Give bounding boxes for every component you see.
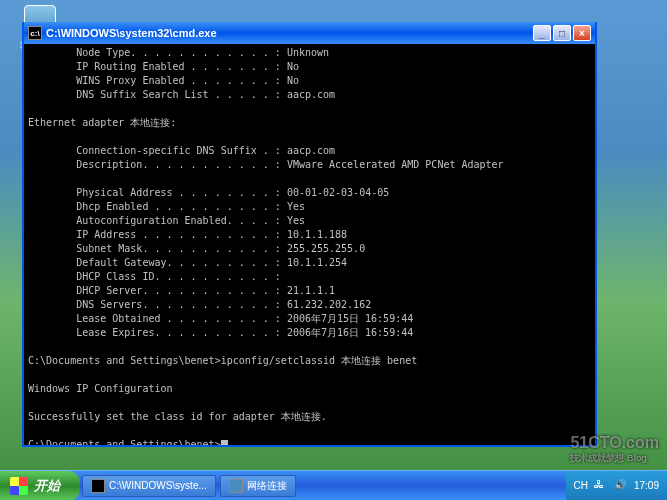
cmd-window: c:\ C:\WINDOWS\system32\cmd.exe _ □ × No… [22, 22, 597, 447]
cmd-output[interactable]: Node Type. . . . . . . . . . . . : Unkno… [24, 44, 595, 445]
watermark-sub: 技术成就梦想 Blog [570, 452, 659, 465]
close-button[interactable]: × [573, 25, 591, 41]
language-indicator[interactable]: CH [574, 480, 588, 491]
tray-network-icon[interactable]: 🖧 [594, 479, 608, 493]
start-label: 开始 [34, 477, 60, 495]
taskbar-item-label: C:\WINDOWS\syste... [109, 480, 207, 491]
tray-volume-icon[interactable]: 🔊 [614, 479, 628, 493]
maximize-button[interactable]: □ [553, 25, 571, 41]
cursor [221, 440, 228, 446]
taskbar: 开始 C:\WINDOWS\syste... 网络连接 CH 🖧 🔊 17:09 [0, 470, 667, 500]
window-buttons: _ □ × [533, 25, 591, 41]
watermark: 51CTO.com 技术成就梦想 Blog [570, 434, 659, 465]
titlebar[interactable]: c:\ C:\WINDOWS\system32\cmd.exe _ □ × [24, 22, 595, 44]
watermark-text: 51CTO.com [570, 434, 659, 452]
taskbar-item-label: 网络连接 [247, 479, 287, 493]
network-icon [229, 479, 243, 493]
windows-flag-icon [10, 477, 28, 495]
start-button[interactable]: 开始 [0, 471, 80, 501]
cmd-icon [91, 479, 105, 493]
window-title: C:\WINDOWS\system32\cmd.exe [46, 27, 533, 39]
taskbar-item-network[interactable]: 网络连接 [220, 475, 296, 497]
taskbar-item-cmd[interactable]: C:\WINDOWS\syste... [82, 475, 216, 497]
system-tray[interactable]: CH 🖧 🔊 17:09 [566, 471, 667, 501]
clock[interactable]: 17:09 [634, 480, 659, 491]
cmd-icon: c:\ [28, 26, 42, 40]
minimize-button[interactable]: _ [533, 25, 551, 41]
